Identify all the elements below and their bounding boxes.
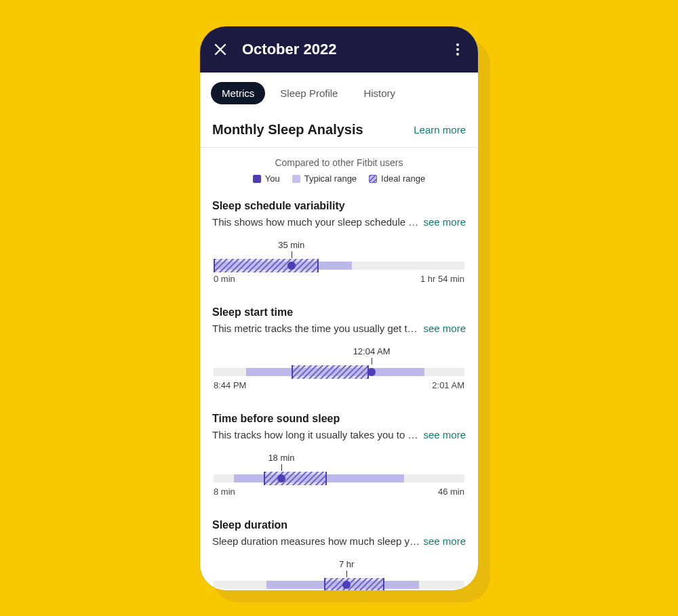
metric-desc: This shows how much your sleep schedule …: [212, 216, 466, 228]
tab-history[interactable]: History: [353, 82, 406, 104]
compare-caption: Compared to other Fitbit users: [212, 157, 466, 168]
ideal-range-bar: [292, 365, 370, 379]
metric-chart: 18 min 8 min 46 min: [214, 453, 464, 501]
metric-sleep-duration: Sleep duration Sleep duration measures h…: [200, 507, 478, 590]
metric-desc: This metric tracks the time you usually …: [212, 323, 466, 334]
axis-max: 2:01 AM: [432, 380, 464, 390]
learn-more-link[interactable]: Learn more: [414, 124, 466, 136]
axis-labels: 0 min 1 hr 54 min: [214, 274, 464, 284]
tab-bar: Metrics Sleep Profile History: [200, 73, 478, 111]
you-tick-icon: [346, 571, 347, 577]
you-value-label: 35 min: [278, 240, 304, 250]
section-header: Monthly Sleep Analysis Learn more: [200, 111, 478, 148]
legend-block: Compared to other Fitbit users You Typic…: [200, 148, 478, 188]
you-dot-icon: [342, 581, 351, 589]
see-more-link[interactable]: see more: [423, 429, 466, 440]
metric-desc: Sleep duration measures how much sleep y…: [212, 535, 466, 547]
metric-chart: 12:04 AM 8:44 PM 2:01 AM: [214, 346, 464, 395]
ideal-swatch-icon: [369, 175, 377, 183]
you-dot-icon: [287, 262, 296, 270]
metric-sleep-start-time: Sleep start time This metric tracks the …: [200, 294, 478, 401]
app-bar: October 2022: [200, 26, 478, 73]
axis-labels: 8 min 46 min: [214, 487, 464, 497]
you-tick-icon: [372, 358, 372, 365]
you-dot-icon: [367, 368, 376, 376]
legend: You Typical range Ideal range: [212, 173, 466, 184]
legend-typical: Typical range: [292, 173, 357, 184]
ideal-range-bar: [264, 472, 327, 485]
see-more-link[interactable]: see more: [423, 535, 466, 547]
axis-max: 46 min: [438, 487, 464, 497]
page-title: October 2022: [242, 41, 336, 58]
axis-min: 8:44 PM: [214, 380, 246, 390]
you-tick-icon: [281, 464, 282, 471]
metric-time-before-sound-sleep: Time before sound sleep This tracks how …: [200, 401, 478, 507]
you-value-label: 12:04 AM: [353, 346, 391, 356]
tab-sleep-profile[interactable]: Sleep Profile: [269, 82, 348, 104]
axis-min: 0 min: [214, 274, 235, 284]
section-title: Monthly Sleep Analysis: [212, 122, 363, 138]
metric-title: Sleep schedule variability: [212, 200, 466, 212]
ideal-range-bar: [214, 259, 319, 272]
close-icon[interactable]: [212, 41, 228, 58]
typical-swatch-icon: [292, 175, 300, 183]
ideal-range-bar: [324, 578, 384, 590]
metric-chart: 7 hr: [214, 559, 464, 590]
see-more-link[interactable]: see more: [423, 216, 466, 228]
you-value-label: 7 hr: [339, 559, 354, 569]
you-swatch-icon: [253, 175, 261, 183]
legend-you: You: [253, 173, 280, 184]
axis-min: 8 min: [214, 487, 235, 497]
metric-title: Time before sound sleep: [212, 413, 466, 425]
you-dot-icon: [277, 474, 285, 482]
you-value-label: 18 min: [268, 453, 294, 463]
metric-sleep-schedule-variability: Sleep schedule variability This shows ho…: [200, 188, 478, 294]
you-tick-icon: [292, 251, 292, 258]
phone-frame: October 2022 Metrics Sleep Profile Histo…: [200, 26, 478, 590]
metric-title: Sleep duration: [212, 519, 466, 531]
metric-chart: 35 min 0 min 1 hr 54 min: [214, 240, 464, 289]
see-more-link[interactable]: see more: [423, 323, 466, 334]
legend-ideal: Ideal range: [369, 173, 425, 184]
metric-title: Sleep start time: [212, 306, 466, 319]
more-icon[interactable]: [450, 43, 466, 56]
tab-metrics[interactable]: Metrics: [211, 82, 265, 104]
axis-labels: 8:44 PM 2:01 AM: [214, 380, 464, 390]
axis-max: 1 hr 54 min: [420, 274, 464, 284]
metric-desc: This tracks how long it usually takes yo…: [212, 429, 466, 440]
